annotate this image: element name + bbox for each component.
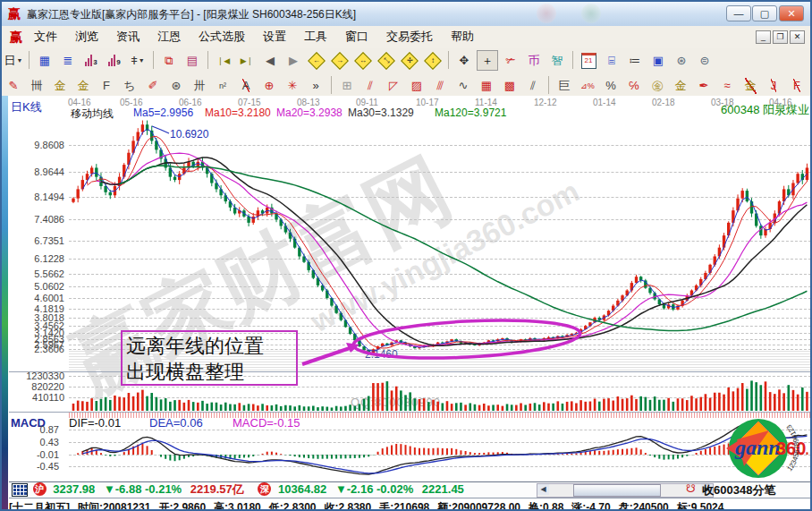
menu-item-资讯[interactable]: 资讯	[107, 26, 148, 47]
maximize-button[interactable]: ▢	[752, 5, 777, 21]
detail-field: 收:2.8380	[325, 501, 372, 511]
scrollbar-thumb[interactable]	[573, 484, 661, 497]
gann-fan-icon[interactable]: ⫽	[359, 75, 381, 96]
snip-tool-icon[interactable]: ✃	[500, 50, 521, 71]
grid-s-icon[interactable]: ち	[119, 75, 140, 96]
angle-f-icon[interactable]: F	[786, 75, 808, 96]
pattern-red-icon[interactable]: ⧉	[158, 50, 180, 71]
menu-item-窗口[interactable]: 窗口	[336, 26, 377, 47]
color-histogram-icon[interactable]: ▤	[182, 50, 203, 71]
annotation-box[interactable]: 远离年线的位置 出现横盘整理	[121, 330, 298, 386]
grid-f-icon[interactable]: F	[96, 75, 117, 96]
candle-style-dropdown[interactable]: ǂ▼	[127, 50, 148, 71]
n-squared-icon[interactable]: n²	[212, 75, 233, 96]
gold-band-icon[interactable]: 金	[740, 75, 761, 96]
calendar-21-icon[interactable]: 21	[578, 50, 599, 71]
gann-diamond-ver-icon[interactable]: ↕	[422, 50, 444, 71]
mdi-minimize-button[interactable]: _	[756, 30, 771, 44]
mdi-restore-button[interactable]: ❐	[773, 30, 788, 44]
gann-diamond-expand-icon[interactable]: ⤡	[376, 50, 397, 71]
gann-diamond-right-icon[interactable]: →	[329, 50, 351, 71]
red-grid2-icon[interactable]: ▩	[499, 75, 520, 96]
bars-9-icon[interactable]: 9	[104, 50, 125, 71]
close-button[interactable]: ✕	[779, 5, 804, 21]
menu-item-交易委托[interactable]: 交易委托	[377, 26, 442, 47]
crosshair-tool-icon[interactable]: ＋	[477, 50, 498, 71]
angle-j-icon[interactable]: J	[763, 75, 784, 96]
calendar-button[interactable]	[12, 483, 28, 497]
fan-box-icon[interactable]: ◸	[383, 75, 404, 96]
menu-item-江恩[interactable]: 江恩	[148, 26, 190, 47]
gold-circle-icon[interactable]: ㊎	[647, 75, 668, 96]
price-grid-icon[interactable]: 卌	[26, 75, 47, 96]
nav-next-icon[interactable]: ▶	[283, 50, 304, 71]
gann-grid-gold2-icon[interactable]: 金	[72, 75, 94, 96]
status-bar-detail: [十二月初五]时间:20081231开:2.9860高:3.0180低:2.83…	[9, 498, 812, 511]
calculator-icon[interactable]: ⌸	[601, 50, 622, 71]
flag-pen-icon[interactable]: ✒	[693, 75, 715, 96]
percent-icon[interactable]: %	[600, 75, 622, 96]
zigzag-icon[interactable]: ∿	[453, 75, 474, 96]
annotation-line1: 远离年线的位置	[126, 333, 292, 359]
gann-grid-gold-icon[interactable]: 金	[49, 75, 71, 96]
percent-lines-icon[interactable]: ℅	[623, 75, 645, 96]
toolbar-main: 日▼▦≣39ǂ▼⧉▤❘◀▶❘◀▶←→↔⤡✢↕✥＋✃币智21⌸≔▣⊛⊜	[2, 48, 810, 74]
menu-items: 文件浏览资讯江恩公式选股设置工具窗口交易委托帮助	[25, 26, 483, 47]
menu-item-公式选股[interactable]: 公式选股	[190, 26, 254, 47]
target-red-icon[interactable]: ⊕	[258, 75, 280, 96]
red-grid-icon[interactable]: ▦	[476, 75, 497, 96]
menu-item-浏览[interactable]: 浏览	[66, 26, 107, 47]
save-icon[interactable]: ▣	[647, 50, 669, 71]
gold-lines-icon[interactable]: 金	[670, 75, 691, 96]
nav-first-icon[interactable]: ❘◀	[213, 50, 234, 71]
sh-change: ▼-6.88 -0.21%	[104, 482, 182, 497]
cycle-circle-icon[interactable]: ⊛	[165, 75, 187, 96]
sz-amount: 2221.45	[422, 482, 464, 497]
angle-lines-icon[interactable]: ⫻	[429, 75, 451, 96]
menu-item-帮助[interactable]: 帮助	[442, 26, 483, 47]
hand-tool-icon[interactable]: ✥	[453, 50, 475, 71]
band-tool-icon[interactable]: 币	[523, 50, 545, 71]
chart-plot[interactable]	[2, 96, 812, 482]
smart-tool-icon[interactable]: 智	[546, 50, 568, 71]
star-red-icon[interactable]: ✳	[282, 75, 303, 96]
menu-item-工具[interactable]: 工具	[295, 26, 336, 47]
toolbar-separator	[548, 76, 549, 94]
snap-angle-icon[interactable]: A	[235, 75, 257, 96]
minimize-button[interactable]: —	[726, 5, 751, 21]
mdi-close-button[interactable]: ✕	[790, 30, 805, 44]
overlay-stamp-red	[537, 4, 556, 23]
gann-diamond-all-icon[interactable]: ✢	[399, 50, 420, 71]
more-tools-icon[interactable]: »	[305, 75, 326, 96]
web-download-icon[interactable]: ⊜	[694, 50, 715, 71]
menu-item-文件[interactable]: 文件	[25, 26, 66, 47]
chart-window-icon[interactable]: ▦	[34, 50, 55, 71]
gann-diamond-left-icon[interactable]: ←	[306, 50, 327, 71]
percent-triangle-icon[interactable]: ⊿%	[577, 75, 598, 96]
parallel-lines-icon[interactable]: ⫽	[522, 75, 544, 96]
gann-diamond-hor-icon[interactable]: ↔	[352, 50, 374, 71]
app-window: 赢 赢家江恩专业版[赢家内部服务平台] - [阳泉煤业 SH600348-256…	[0, 0, 812, 511]
scroll-left-arrow[interactable]: ◀	[537, 484, 549, 495]
title-bar[interactable]: 赢 赢家江恩专业版[赢家内部服务平台] - [阳泉煤业 SH600348-256…	[2, 2, 810, 27]
web-sync-icon[interactable]: ⊛	[671, 50, 692, 71]
kline-period-dropdown[interactable]: 日▼	[3, 50, 24, 71]
bars-3-icon[interactable]: 3	[80, 50, 102, 71]
wave-channel-icon[interactable]: ≈	[716, 75, 738, 96]
nav-last-icon[interactable]: ▶❘	[236, 50, 258, 71]
shaded-box-icon[interactable]: ▨	[406, 75, 427, 96]
levels-icon[interactable]: 巨	[554, 75, 575, 96]
toolbar-separator	[572, 51, 573, 69]
feed-label[interactable]: 收600348分笔	[702, 482, 775, 498]
nav-prev-icon[interactable]: ◀	[259, 50, 281, 71]
toolbar-gann-tools: ✎卌金金Fち✐⊛卅n²A⊕✳»⊞⫽◸▨⫻∿▦▩⫽巨⊿%%℅㊎金✒≈金JF金速赢四	[2, 73, 810, 97]
notes-icon[interactable]: ≔	[624, 50, 646, 71]
draw-pen-icon[interactable]: ✎	[3, 75, 24, 96]
menu-item-设置[interactable]: 设置	[254, 26, 295, 47]
info-panel-icon[interactable]: ≣	[57, 50, 79, 71]
marker-pen-icon[interactable]: ✐	[142, 75, 164, 96]
sh-amount: 2219.57亿	[190, 482, 244, 497]
annotation-arrow[interactable]	[302, 347, 352, 364]
box-select-icon[interactable]: ⊞	[336, 75, 358, 96]
ruler-icon[interactable]: 卅	[189, 75, 210, 96]
